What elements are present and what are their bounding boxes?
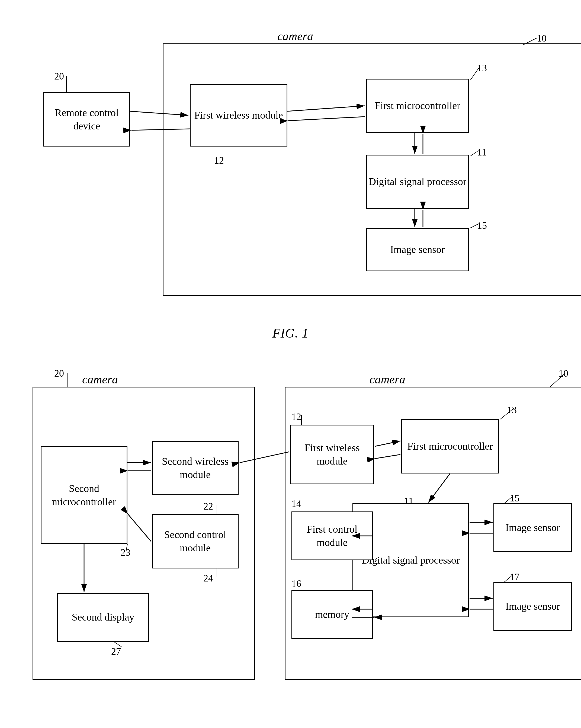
ref-27-fig2: 27 [111,646,121,657]
ref-12-fig2: 12 [292,411,301,422]
first-micro-label-fig1: First microcontroller [375,99,460,112]
memory-label: memory [315,608,350,621]
ref-10-fig1: 10 [537,32,547,44]
ref-24-fig2: 24 [203,573,213,584]
image-sensor-top-label: Image sensor [505,521,560,534]
remote-control-label: Remote control device [44,106,129,133]
dsp-label-fig2: Digital signal processor [362,553,460,567]
second-wireless-box: Second wireless module [152,441,239,495]
ref-22-fig2: 22 [203,501,213,512]
second-micro-box: Second microcontroller [41,446,128,544]
memory-box: memory [292,590,373,639]
first-micro-box-fig1: First microcontroller [366,79,469,133]
second-display-box: Second display [57,593,149,642]
camera-label-fig1: camera [277,29,313,43]
ref-16-fig2: 16 [292,578,301,589]
ref-20-fig2: 20 [54,368,64,379]
ref-20-fig1: 20 [54,71,64,82]
ref-11-fig1: 11 [477,147,487,158]
first-control-box: First control module [292,512,373,560]
fig2-section: camera 20 Second microcontroller Second … [27,357,554,728]
image-sensor-box-fig1: Image sensor [366,228,469,271]
ref-10-fig2: 10 [558,368,568,379]
image-sensor-top-box: Image sensor [493,503,572,552]
page: Remote control device 20 camera 10 First… [0,0,581,728]
image-sensor-label-fig1: Image sensor [390,243,445,256]
ref-12-fig1: 12 [214,155,224,166]
dsp-box-fig1: Digital signal processor [366,155,469,209]
fig1-container: Remote control device 20 camera 10 First… [27,22,554,320]
first-micro-label-fig2: First microcontroller [407,440,493,453]
first-control-label: First control module [292,523,372,549]
fig1-label: FIG. 1 [27,326,554,340]
second-micro-label: Second microcontroller [42,482,127,509]
remote-control-box: Remote control device [44,92,130,147]
second-display-label: Second display [72,610,134,624]
second-control-box: Second control module [152,514,239,568]
second-wireless-label: Second wireless module [153,455,238,482]
ref-23-fig2: 23 [121,547,131,558]
first-micro-box-fig2: First microcontroller [401,419,499,473]
first-wireless-label-fig2: First wireless module [291,441,373,468]
first-wireless-box-fig2: First wireless module [290,425,374,484]
image-sensor-bot-box: Image sensor [493,582,572,631]
ref-11-fig2: 11 [404,495,413,506]
camera-right-label-fig2: camera [369,372,405,386]
fig1-section: Remote control device 20 camera 10 First… [27,22,554,340]
ref-13-fig2: 13 [507,404,517,416]
ref-15-fig2: 15 [510,492,520,504]
dsp-label-fig1: Digital signal processor [369,175,467,188]
ref-17-fig2: 17 [510,571,520,582]
fig2-container: camera 20 Second microcontroller Second … [27,357,554,723]
ref-13-fig1: 13 [477,62,487,74]
ref-14-fig2: 14 [292,498,301,509]
first-wireless-box-fig1: First wireless module [190,84,287,147]
camera-left-label-fig2: camera [82,372,118,386]
ref-15-fig1: 15 [477,220,487,231]
first-wireless-label-fig1: First wireless module [194,108,283,122]
second-control-label: Second control module [153,528,238,555]
image-sensor-bot-label: Image sensor [505,600,560,613]
